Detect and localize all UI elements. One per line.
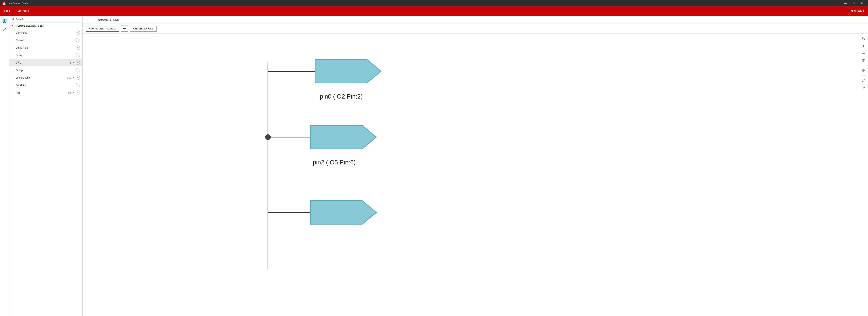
svg-point-17 <box>265 134 271 140</box>
search-input[interactable] <box>16 18 80 21</box>
add-lut-button[interactable]: + <box>75 75 80 80</box>
zoom-out-button[interactable] <box>860 50 867 57</box>
menu-about[interactable]: ABOUT <box>17 8 30 14</box>
forward-button[interactable]: → <box>92 18 97 22</box>
toolbar-separator <box>861 66 866 66</box>
breadcrumb-bar: ← → Software ▶ GND <box>83 16 868 24</box>
svg-point-10 <box>6 28 6 28</box>
lut-count: 1/10 <box>67 76 71 79</box>
title-bar: InterConnect Studio — □ ✕ <box>0 0 868 6</box>
toolbar: CONFIGURE TPLD801* ••• ORDER DEVICES <box>83 24 868 34</box>
wire-tool-button[interactable] <box>860 77 867 84</box>
item-label: GND <box>16 61 70 64</box>
list-item[interactable]: D Flip Flop + <box>9 44 83 51</box>
svg-rect-3 <box>5 19 6 21</box>
app-icon <box>2 1 6 5</box>
configure-button[interactable]: CONFIGURE TPLD801* <box>86 26 119 32</box>
sidebar: ▾ TPLD801 ELEMENTS (13) Comment + Counte… <box>9 16 83 316</box>
add-oscillator-button[interactable]: + <box>75 83 80 87</box>
svg-point-29 <box>863 60 864 61</box>
list-item[interactable]: Lookup Table 1/10 ✔ + <box>9 74 83 81</box>
chevron-down-icon: ▾ <box>12 25 13 27</box>
diagram-icon[interactable] <box>1 26 8 33</box>
item-label: Lookup Table <box>16 76 67 79</box>
back-button[interactable]: ← <box>86 18 90 22</box>
toolbar-separator <box>861 75 866 76</box>
item-label: Oscillator <box>16 84 75 86</box>
item-label: Group <box>16 69 75 72</box>
layout-button[interactable] <box>860 67 867 74</box>
fit-view-button[interactable] <box>860 58 867 64</box>
add-counter-button[interactable]: + <box>75 38 80 42</box>
search-bar <box>9 16 83 23</box>
main-layout: ▾ TPLD801 ELEMENTS (13) Comment + Counte… <box>0 16 868 316</box>
canvas-search-button[interactable] <box>860 35 867 42</box>
item-label: Comment <box>16 31 75 34</box>
menu-bar: FILE ABOUT RESTART <box>0 6 868 16</box>
svg-text:pin2 (IO5 Pin:6): pin2 (IO5 Pin:6) <box>313 159 355 166</box>
maximize-button[interactable]: □ <box>850 0 858 6</box>
list-item[interactable]: Delay + <box>9 51 83 59</box>
grid-view-icon[interactable] <box>1 17 8 24</box>
add-delay-button[interactable]: + <box>75 53 80 57</box>
check-icon: ✔ <box>72 91 74 95</box>
gnd-count: 1 <box>70 61 71 64</box>
pin-count: 6/6 <box>68 92 71 94</box>
svg-point-8 <box>3 30 4 31</box>
menu-items: FILE ABOUT <box>4 8 30 14</box>
list-item-gnd[interactable]: GND 1 ✔ + <box>9 59 83 66</box>
svg-point-35 <box>864 79 865 80</box>
icon-rail <box>0 16 9 316</box>
order-devices-button[interactable]: ORDER DEVICES <box>130 26 157 32</box>
list-item[interactable]: Counter + <box>9 36 83 44</box>
list-item[interactable]: Comment + <box>9 29 83 36</box>
svg-marker-22 <box>310 201 376 224</box>
zoom-in-button[interactable] <box>860 42 867 49</box>
item-label: D Flip Flop <box>16 46 75 49</box>
check-icon: ✔ <box>72 76 74 79</box>
svg-rect-32 <box>862 71 863 72</box>
svg-line-12 <box>13 20 14 20</box>
svg-rect-2 <box>3 19 4 21</box>
minimize-button[interactable]: — <box>841 0 849 6</box>
edit-pen-button[interactable] <box>860 84 867 92</box>
canvas-svg[interactable]: pin0 (IO2 Pin:2) pin2 (IO5 Pin:6) <box>83 34 859 316</box>
content-area: ← → Software ▶ GND CONFIGURE TPLD801* ••… <box>83 16 868 316</box>
check-icon: ✔ <box>72 61 74 65</box>
item-label: Delay <box>16 54 75 57</box>
svg-point-23 <box>862 37 864 39</box>
svg-rect-28 <box>862 60 865 62</box>
right-toolbar <box>859 34 868 316</box>
svg-text:pin0 (IO2 Pin:2): pin0 (IO2 Pin:2) <box>320 93 363 100</box>
app-title: InterConnect Studio <box>8 2 28 5</box>
elements-list: ▾ TPLD801 ELEMENTS (13) Comment + Counte… <box>9 23 83 316</box>
svg-line-24 <box>864 39 865 40</box>
add-dflipflop-button[interactable]: + <box>75 45 80 50</box>
search-icon <box>11 17 14 21</box>
svg-line-36 <box>864 87 864 88</box>
svg-marker-20 <box>310 125 376 149</box>
list-item[interactable]: Oscillator + <box>9 81 83 89</box>
item-label: Counter <box>16 39 75 42</box>
restart-button[interactable]: RESTART <box>849 9 864 13</box>
list-item[interactable]: PIN 6/6 ✔ + <box>9 89 83 96</box>
svg-rect-31 <box>864 69 865 71</box>
list-item[interactable]: Group + <box>9 66 83 74</box>
more-options-button[interactable]: ••• <box>121 26 128 32</box>
menu-file[interactable]: FILE <box>4 8 12 14</box>
svg-rect-33 <box>864 71 865 72</box>
svg-rect-4 <box>3 21 4 23</box>
svg-point-34 <box>862 81 863 82</box>
add-gnd-button[interactable]: + <box>75 61 80 65</box>
svg-rect-5 <box>5 21 6 23</box>
close-button[interactable]: ✕ <box>858 0 866 6</box>
breadcrumb-gnd[interactable]: GND <box>113 19 119 22</box>
add-comment-button[interactable]: + <box>75 31 80 35</box>
canvas-area: pin0 (IO2 Pin:2) pin2 (IO5 Pin:6) <box>83 34 868 316</box>
add-group-button[interactable]: + <box>75 68 80 72</box>
group-header[interactable]: ▾ TPLD801 ELEMENTS (13) <box>9 23 83 29</box>
svg-rect-30 <box>862 69 863 71</box>
breadcrumb-sep: ▶ <box>110 19 112 21</box>
window-controls: — □ ✕ <box>841 0 866 6</box>
breadcrumb-software[interactable]: Software <box>98 19 108 22</box>
